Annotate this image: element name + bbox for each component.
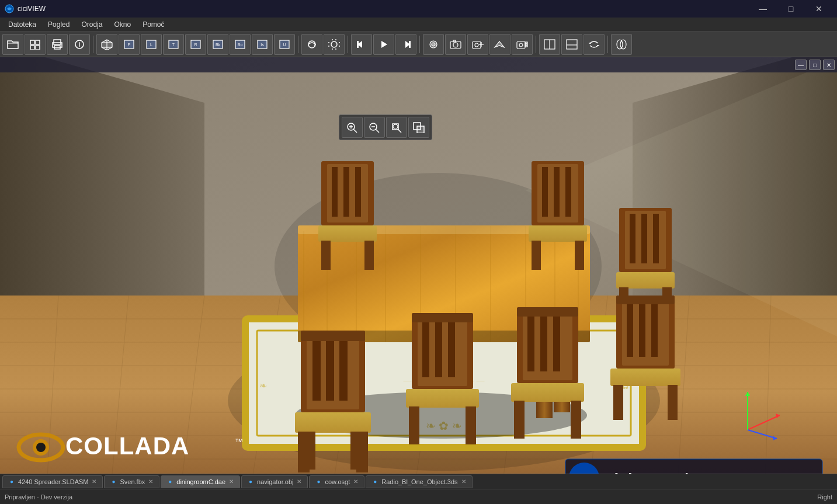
svg-text:™: ™	[235, 437, 243, 446]
tab-icon-spreader: ●	[8, 478, 16, 486]
vp-close-button[interactable]: ✕	[823, 60, 835, 70]
svg-rect-142	[554, 167, 560, 217]
svg-point-31	[331, 41, 337, 47]
tab-close-cow[interactable]: ✕	[352, 478, 359, 485]
view-top[interactable]: T	[163, 34, 184, 55]
svg-rect-165	[350, 432, 362, 470]
svg-rect-145	[532, 241, 541, 270]
sub-zoom-to-button[interactable]	[342, 117, 363, 138]
split-h-button[interactable]	[539, 34, 560, 55]
next-frame-button[interactable]	[395, 34, 416, 55]
play-button[interactable]	[373, 34, 394, 55]
camera-add-button[interactable]	[467, 34, 488, 55]
tab-close-radio[interactable]: ✕	[460, 478, 467, 485]
info-button[interactable]: i	[69, 34, 90, 55]
prev-frame-button[interactable]	[351, 34, 372, 55]
svg-rect-61	[567, 40, 577, 49]
tab-close-navigator[interactable]: ✕	[296, 478, 303, 485]
menu-orodja[interactable]: Orodja	[75, 18, 108, 31]
view-back[interactable]: Bk	[207, 34, 228, 55]
svg-rect-180	[517, 307, 578, 317]
camera-fly-button[interactable]	[489, 34, 510, 55]
svg-rect-157	[312, 336, 321, 401]
tab-diningroom[interactable]: ● diningroomC.dae ✕	[161, 475, 240, 488]
menu-datoteka[interactable]: Datoteka	[2, 18, 42, 31]
vp-maximize-button[interactable]: □	[809, 60, 821, 70]
view-cube-solid[interactable]	[96, 34, 117, 55]
close-button[interactable]: ✕	[805, 0, 832, 18]
view-front[interactable]: F	[119, 34, 140, 55]
svg-text:i: i	[79, 41, 81, 48]
svg-rect-149	[630, 214, 635, 263]
print-button[interactable]	[47, 34, 68, 55]
view-right[interactable]: R	[185, 34, 206, 55]
svg-rect-146	[575, 241, 584, 270]
svg-rect-169	[435, 319, 442, 377]
tab-close-spreader[interactable]: ✕	[91, 478, 98, 485]
svg-rect-41	[357, 41, 359, 48]
svg-rect-171	[412, 313, 473, 322]
view-user[interactable]: U	[274, 34, 295, 55]
sub-zoom-out-button[interactable]	[364, 117, 385, 138]
menu-pomoc[interactable]: Pomoč	[137, 18, 170, 31]
svg-text:F: F	[128, 43, 130, 47]
svg-point-201	[36, 443, 46, 452]
tab-icon-sven: ●	[109, 478, 117, 486]
tab-icon-radio: ●	[371, 478, 379, 486]
open-folder-button[interactable]	[2, 34, 23, 55]
svg-rect-161	[295, 412, 371, 433]
tab-close-sven[interactable]: ✕	[147, 478, 154, 485]
svg-rect-135	[355, 167, 361, 217]
svg-line-75	[398, 129, 401, 133]
tab-label-cow: cow.osgt	[325, 478, 350, 485]
svg-rect-136	[318, 225, 377, 242]
svg-point-76	[393, 124, 398, 129]
svg-rect-2	[36, 40, 40, 44]
viewport[interactable]: — □ ✕	[0, 57, 837, 474]
maximize-button[interactable]: □	[777, 0, 804, 18]
svg-text:❧: ❧	[259, 381, 267, 391]
fit-button[interactable]	[324, 34, 345, 55]
render-mode-button[interactable]	[423, 34, 444, 55]
split-v-button[interactable]	[561, 34, 582, 55]
view-bottom[interactable]: Bo	[230, 34, 251, 55]
camera-button[interactable]	[445, 34, 466, 55]
svg-text:cici: cici	[605, 470, 633, 474]
menu-pogled[interactable]: Pogled	[42, 18, 75, 31]
svg-text:Is: Is	[261, 43, 264, 47]
tab-icon-navigator: ●	[246, 478, 255, 486]
tab-cow[interactable]: ● cow.osgt ✕	[309, 475, 364, 488]
save-grid-button[interactable]	[25, 34, 46, 55]
svg-point-48	[453, 43, 458, 47]
tab-spreader[interactable]: ● 4240 Spreader.SLDASM ✕	[2, 475, 103, 488]
svg-line-68	[353, 129, 357, 133]
minimize-button[interactable]: —	[749, 0, 776, 18]
sync-button[interactable]	[584, 34, 605, 55]
orbit-button[interactable]	[301, 34, 322, 55]
menu-okno[interactable]: Okno	[108, 18, 137, 31]
tab-radio[interactable]: ● Radio_Bl_One_Object.3ds ✕	[366, 475, 472, 488]
sep-4	[419, 36, 420, 53]
sub-frame-box-button[interactable]	[386, 117, 407, 138]
sub-copy-frame-button[interactable]	[408, 117, 429, 138]
menu-bar: Datoteka Pogled Orodja Okno Pomoč	[0, 18, 837, 32]
svg-rect-133	[332, 167, 338, 217]
svg-rect-143	[565, 167, 571, 217]
tab-navigator[interactable]: ● navigator.obj ✕	[241, 475, 308, 488]
view-left[interactable]: L	[141, 34, 162, 55]
tab-sven[interactable]: ● Sven.fbx ✕	[104, 475, 159, 488]
tab-close-diningroom[interactable]: ✕	[228, 478, 235, 485]
svg-rect-190	[610, 369, 680, 386]
svg-rect-159	[339, 336, 348, 401]
svg-rect-50	[473, 41, 481, 48]
svg-rect-177	[527, 313, 534, 371]
vp-minimize-button[interactable]: —	[795, 60, 807, 70]
svg-rect-56	[525, 42, 527, 43]
camera-settings-button[interactable]	[512, 34, 533, 55]
view-iso[interactable]: Is	[252, 34, 273, 55]
tab-icon-diningroom: ●	[166, 478, 174, 486]
svg-text:U: U	[283, 43, 286, 47]
stereo-button[interactable]	[611, 34, 632, 55]
svg-rect-174	[466, 406, 476, 444]
svg-rect-192	[668, 385, 678, 420]
